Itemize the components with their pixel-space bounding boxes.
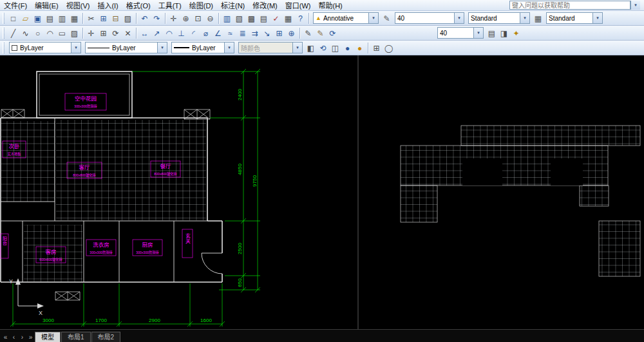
chevron-down-icon[interactable]: ▾: [454, 13, 464, 23]
cut-icon[interactable]: ✂: [85, 12, 97, 24]
render-sphere-gold-icon[interactable]: ●: [354, 42, 366, 54]
markup-set-manager-icon[interactable]: ✓: [270, 12, 282, 24]
tolerance-icon[interactable]: ⊞: [273, 27, 285, 39]
quick-dim-icon[interactable]: ≈: [224, 27, 236, 39]
chevron-down-icon[interactable]: ▾: [520, 13, 529, 23]
drawing-canvas[interactable]: 空中花园 300x300防滑砖 次卧 实木地板 客厅 800x800玻化砖 餐厅…: [0, 55, 644, 329]
chevron-down-icon[interactable]: ▾: [473, 28, 483, 38]
annotation-sync-icon[interactable]: ✦: [510, 27, 522, 39]
dim-continue-icon[interactable]: ⇉: [249, 27, 261, 39]
open-icon[interactable]: ▱: [19, 12, 32, 24]
help-search-dropdown-icon[interactable]: ▾: [630, 1, 640, 10]
dim-text-edit-icon[interactable]: ✎: [314, 27, 327, 39]
layer-previous-icon[interactable]: ⟲: [317, 42, 329, 54]
design-center-icon[interactable]: ▧: [233, 12, 245, 24]
copy-object-icon[interactable]: ⊞: [97, 27, 109, 39]
rotate-icon[interactable]: ⟳: [109, 27, 122, 39]
hide-3d-icon[interactable]: ◫: [329, 42, 341, 54]
zoom-window-icon[interactable]: ⊡: [192, 12, 204, 24]
hatch-icon[interactable]: ▨: [68, 27, 80, 39]
text-height-combo[interactable]: 40 ▾: [395, 12, 464, 24]
named-views-icon[interactable]: ⊞: [370, 42, 383, 54]
next-tab-icon[interactable]: ›: [18, 332, 26, 342]
dim-aligned-icon[interactable]: ↗: [151, 27, 163, 39]
circle-icon[interactable]: ○: [32, 27, 44, 39]
chevron-down-icon[interactable]: ▾: [71, 43, 80, 53]
lineweight-control-combo[interactable]: ByLayer ▾: [171, 42, 234, 53]
dim-style-manager-icon[interactable]: ▤: [486, 27, 498, 39]
make-object-layer-current-icon[interactable]: ◧: [305, 42, 317, 54]
last-tab-icon[interactable]: »: [26, 332, 35, 342]
rectangle-icon[interactable]: ▭: [56, 27, 68, 39]
toolbar-grip[interactable]: [3, 13, 5, 24]
dim-update-icon[interactable]: ⟳: [327, 27, 339, 39]
multileader-icon[interactable]: ↘: [261, 27, 273, 39]
toolbar-grip[interactable]: [3, 28, 5, 39]
save-icon[interactable]: ▣: [32, 12, 44, 24]
properties-icon[interactable]: ▥: [221, 12, 233, 24]
menu-format[interactable]: 格式(O): [122, 0, 155, 11]
menu-window[interactable]: 窗口(W): [281, 0, 315, 11]
menu-view[interactable]: 视图(V): [62, 0, 94, 11]
tool-palettes-icon[interactable]: ▩: [245, 12, 258, 24]
dim-angular-icon[interactable]: ∠: [212, 27, 224, 39]
table-style-combo[interactable]: Standard ▾: [546, 12, 603, 24]
publish-icon[interactable]: ▦: [68, 12, 80, 24]
tab-layout2[interactable]: 布局2: [91, 332, 121, 342]
dim-arc-length-icon[interactable]: ◠: [163, 27, 175, 39]
orbit-3d-icon[interactable]: ◯: [383, 42, 395, 54]
plot-preview-icon[interactable]: ▥: [56, 12, 68, 24]
text-style-combo[interactable]: Standard ▾: [468, 12, 530, 24]
tab-layout1[interactable]: 布局1: [61, 332, 91, 342]
color-control-combo[interactable]: ByLayer ▾: [9, 42, 81, 53]
dim-baseline-icon[interactable]: ≣: [236, 27, 249, 39]
center-mark-icon[interactable]: ⊕: [285, 27, 298, 39]
text-style-icon[interactable]: ✎: [381, 12, 393, 24]
zoom-realtime-icon[interactable]: ⊕: [180, 12, 192, 24]
chevron-down-icon[interactable]: ▾: [157, 43, 167, 53]
dim-radius-icon[interactable]: ◜: [187, 27, 200, 39]
annotation-reset-icon[interactable]: ◨: [498, 27, 510, 39]
zoom-previous-icon[interactable]: ⊖: [204, 12, 216, 24]
chevron-down-icon[interactable]: ▾: [592, 13, 602, 23]
dim-linear-icon[interactable]: ↔: [138, 27, 151, 39]
help-search-input[interactable]: [509, 1, 630, 10]
redo-icon[interactable]: ↷: [151, 12, 163, 24]
toolbar-grip[interactable]: [3, 43, 5, 53]
menu-modify[interactable]: 修改(M): [249, 0, 281, 11]
quick-calc-icon[interactable]: ▦: [282, 12, 294, 24]
menu-edit[interactable]: 编辑(E): [31, 0, 62, 11]
dim-diameter-icon[interactable]: ⌀: [200, 27, 212, 39]
chevron-down-icon[interactable]: ▾: [368, 13, 378, 23]
undo-icon[interactable]: ↶: [138, 12, 151, 24]
qnew-icon[interactable]: □: [7, 12, 19, 24]
polyline-icon[interactable]: ∿: [19, 27, 32, 39]
line-icon[interactable]: ╱: [7, 27, 19, 39]
erase-icon[interactable]: ✕: [122, 27, 134, 39]
help-icon[interactable]: ?: [294, 12, 307, 24]
copy-icon[interactable]: ⊞: [97, 12, 109, 24]
pan-icon[interactable]: ✛: [167, 12, 180, 24]
plot-icon[interactable]: ▤: [44, 12, 56, 24]
chevron-down-icon[interactable]: ▾: [224, 43, 234, 53]
linetype-control-combo[interactable]: ByLayer ▾: [85, 42, 167, 53]
menu-dimension[interactable]: 标注(N): [217, 0, 249, 11]
arc-icon[interactable]: ◠: [44, 27, 56, 39]
menu-tools[interactable]: 工具(T): [155, 0, 185, 11]
menu-draw[interactable]: 绘图(D): [185, 0, 217, 11]
annotation-scale-combo[interactable]: ▲ Annotative ▾: [313, 12, 379, 24]
match-properties-icon[interactable]: ▨: [122, 12, 134, 24]
dim-style-combo[interactable]: 40 ▾: [437, 27, 484, 39]
menu-file[interactable]: 文件(F): [0, 0, 31, 11]
prev-tab-icon[interactable]: ‹: [10, 332, 18, 342]
sheet-set-manager-icon[interactable]: ▤: [258, 12, 270, 24]
table-style-icon[interactable]: ▦: [532, 12, 544, 24]
paste-icon[interactable]: ⊟: [109, 12, 122, 24]
tab-model[interactable]: 模型: [35, 332, 61, 342]
move-icon[interactable]: ✛: [85, 27, 97, 39]
menu-help[interactable]: 帮助(H): [315, 0, 346, 11]
render-sphere-blue-icon[interactable]: ●: [341, 42, 354, 54]
menu-insert[interactable]: 插入(I): [93, 0, 122, 11]
dim-edit-icon[interactable]: ✎: [302, 27, 314, 39]
first-tab-icon[interactable]: «: [1, 332, 10, 342]
